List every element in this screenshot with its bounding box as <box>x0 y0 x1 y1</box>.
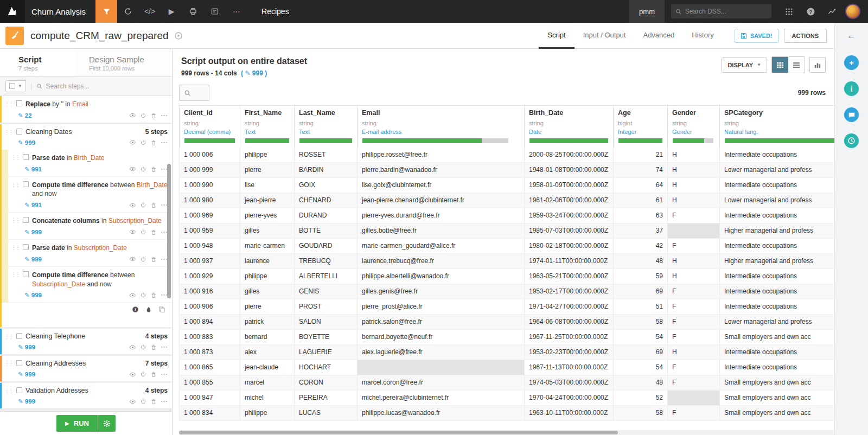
table-cell[interactable]: 1 000 006 <box>179 148 240 163</box>
table-cell[interactable]: CORON <box>294 375 357 391</box>
toggle-step-visibility-icon[interactable] <box>129 202 136 209</box>
table-cell[interactable]: marcel <box>240 375 294 391</box>
table-cell[interactable]: F <box>667 360 719 375</box>
step-checkbox[interactable] <box>23 154 29 160</box>
jobs-icon[interactable] <box>182 0 204 23</box>
table-cell[interactable]: 1 000 847 <box>179 391 240 406</box>
disable-step-icon[interactable] <box>140 202 146 208</box>
table-cell[interactable]: Intermediate occupations <box>719 239 834 254</box>
select-all-checkbox[interactable] <box>9 83 15 89</box>
group-checkbox[interactable] <box>16 360 22 366</box>
table-cell[interactable]: 1 000 906 <box>179 299 240 315</box>
delete-step-icon[interactable] <box>150 112 157 119</box>
table-cell[interactable]: ROSSET <box>294 148 357 163</box>
table-cell[interactable]: Small employers and own acc <box>719 375 834 391</box>
column-header[interactable]: SPCategorystringNatural lang. <box>719 106 834 148</box>
delete-step-icon[interactable] <box>150 166 157 172</box>
table-cell[interactable]: 51 <box>613 299 667 315</box>
step-modified-count[interactable]: ✎ 999 <box>24 255 42 263</box>
table-cell[interactable]: Small employers and own acc <box>719 406 834 421</box>
drag-handle-icon[interactable]: ⋮⋮ <box>11 153 20 162</box>
toggle-step-visibility-icon[interactable] <box>129 112 136 119</box>
run-button[interactable]: ▶ RUN <box>56 415 116 432</box>
table-cell[interactable]: 48 <box>613 375 667 391</box>
table-cell[interactable]: ALBERTELLI <box>294 269 357 284</box>
collapse-panel-icon[interactable]: ← <box>847 30 856 41</box>
column-meaning[interactable]: E-mail address <box>362 129 520 135</box>
table-cell[interactable]: philippe.rosset@free.fr <box>357 148 524 163</box>
delete-step-icon[interactable] <box>150 292 157 298</box>
table-cell[interactable] <box>667 223 719 239</box>
table-cell[interactable]: H <box>667 193 719 208</box>
table-cell[interactable]: laurence <box>240 254 294 269</box>
table-cell[interactable]: philippe <box>240 406 294 421</box>
drag-handle-icon[interactable]: ⋮⋮ <box>11 271 20 279</box>
table-cell[interactable]: LAGUERIE <box>294 345 357 360</box>
table-cell[interactable]: 58 <box>613 315 667 330</box>
disable-step-icon[interactable] <box>140 292 146 298</box>
table-cell[interactable]: 1974-01-11T00:00:00.000Z <box>524 254 613 269</box>
table-cell[interactable]: 1958-01-09T00:00:00.000Z <box>524 178 613 193</box>
table-cell[interactable]: 1 000 929 <box>179 269 240 284</box>
tab-input-output[interactable]: Input / Output <box>575 23 635 49</box>
table-cell[interactable]: alex.laguerie@free.fr <box>357 345 524 360</box>
table-cell[interactable]: 2000-08-25T00:00:00.000Z <box>524 148 613 163</box>
table-cell[interactable]: gilles <box>240 223 294 239</box>
list-view-button[interactable] <box>788 57 805 73</box>
step-group-collapsed[interactable]: ⋮⋮Cleaning Addresses7 steps✎ 999⋯ <box>0 356 172 381</box>
column-header[interactable]: AgebigintInteger <box>613 106 667 148</box>
column-meaning[interactable]: Gender <box>672 129 715 135</box>
step-group-header[interactable]: ⋮⋮Cleaning Addresses7 steps✎ 999⋯ <box>2 356 172 381</box>
table-cell[interactable]: Lower managerial and profess <box>719 315 834 330</box>
table-cell[interactable]: bernard <box>240 330 294 345</box>
table-cell[interactable]: Intermediate occupations <box>719 360 834 375</box>
column-header[interactable]: GenderstringGender <box>667 106 719 148</box>
script-step[interactable]: ⋮⋮Compute time difference between Birth_… <box>8 177 172 213</box>
table-cell[interactable]: bernard.boyette@neuf.fr <box>357 330 524 345</box>
group-duplicate-icon[interactable] <box>158 306 165 313</box>
column-meaning[interactable]: Date <box>529 129 609 135</box>
table-cell[interactable]: Intermediate occupations <box>719 345 834 360</box>
table-cell[interactable]: 1980-02-18T00:00:00.000Z <box>524 239 613 254</box>
drag-handle-icon[interactable]: ⋮⋮ <box>4 128 13 136</box>
column-meaning[interactable]: Text <box>245 129 290 135</box>
step-modified-count[interactable]: ✎ 999 <box>24 228 42 236</box>
table-cell[interactable]: 69 <box>613 345 667 360</box>
table-cell[interactable]: pierre <box>240 299 294 315</box>
steps-scrollbar[interactable] <box>167 164 171 298</box>
table-cell[interactable]: 1 000 980 <box>179 193 240 208</box>
step-checkbox[interactable] <box>23 244 29 250</box>
delete-step-icon[interactable] <box>150 344 157 350</box>
project-key-tag[interactable]: pmm <box>629 0 665 23</box>
table-cell[interactable]: michel <box>240 391 294 406</box>
flow-icon[interactable] <box>117 0 139 23</box>
step-modified-count[interactable]: ✎ 991 <box>24 165 42 173</box>
table-cell[interactable]: patrick <box>240 315 294 330</box>
column-header[interactable]: Last_NamestringText <box>294 106 357 148</box>
table-cell[interactable]: Small employers and own acc <box>719 330 834 345</box>
table-cell[interactable]: F <box>667 406 719 421</box>
table-cell[interactable]: H <box>667 163 719 178</box>
group-checkbox[interactable] <box>16 387 22 393</box>
table-cell[interactable]: Lower managerial and profess <box>719 193 834 208</box>
table-cell[interactable]: pierre.bardin@wanadoo.fr <box>357 163 524 178</box>
table-cell[interactable]: 1 000 948 <box>179 239 240 254</box>
drag-handle-icon[interactable]: ⋮⋮ <box>11 181 20 189</box>
table-cell[interactable]: LUCAS <box>294 406 357 421</box>
table-cell[interactable]: 1971-04-27T00:00:00.000Z <box>524 299 613 315</box>
delete-step-icon[interactable] <box>150 256 157 263</box>
table-cell[interactable]: 1 000 959 <box>179 223 240 239</box>
table-cell[interactable]: 1953-02-17T00:00:00.000Z <box>524 284 613 299</box>
disable-step-icon[interactable] <box>140 139 146 146</box>
column-meaning[interactable]: Integer <box>618 129 663 135</box>
table-cell[interactable]: jean-pierre <box>240 193 294 208</box>
run-settings-button[interactable] <box>98 415 116 432</box>
column-header[interactable]: Birth_DatestringDate <box>524 106 613 148</box>
table-cell[interactable]: 1 000 999 <box>179 163 240 178</box>
saved-button[interactable]: SAVED! <box>735 29 778 43</box>
group-info-icon[interactable]: i <box>132 306 139 313</box>
column-header[interactable]: Client_IdstringDecimal (comma) <box>179 106 240 148</box>
table-cell[interactable]: philippe.albertelli@wanadoo.fr <box>357 269 524 284</box>
step-modified-count[interactable]: ✎ 999 <box>18 370 35 378</box>
table-cell[interactable]: pierre-yves.durand@free.fr <box>357 208 524 223</box>
